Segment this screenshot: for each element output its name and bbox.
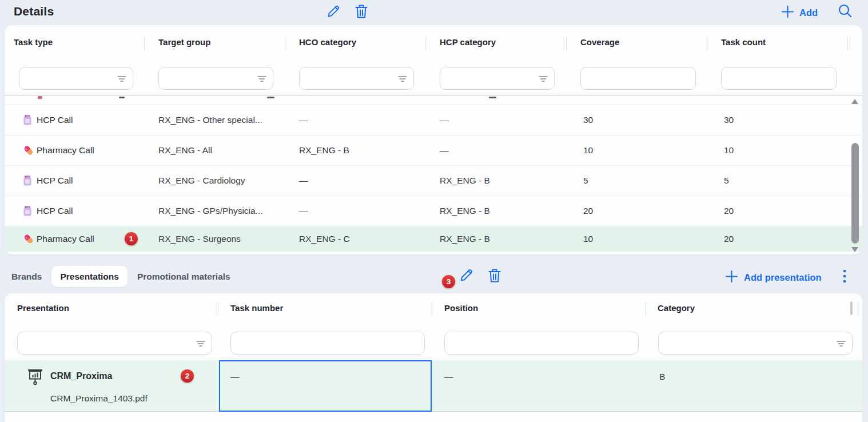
pencil-icon bbox=[459, 268, 474, 285]
cell-coverage: 10 bbox=[583, 234, 593, 244]
add-button[interactable]: Add bbox=[781, 5, 818, 20]
cell-category: B bbox=[659, 372, 665, 382]
filter-task-number bbox=[230, 332, 425, 355]
presentation-file: CRM_Proxima_1403.pdf bbox=[50, 393, 148, 404]
table-row-selected[interactable]: Pharmacy Call 1 RX_ENG - Surgeons RX_ENG… bbox=[5, 226, 862, 252]
cell-hco-category: RX_ENG - C bbox=[299, 234, 350, 244]
mini-scrollbar-thumb[interactable] bbox=[850, 301, 853, 315]
cell-task-type: HCP Call bbox=[37, 176, 73, 186]
column-separator bbox=[218, 302, 218, 316]
step-badge-2: 2 bbox=[181, 369, 194, 383]
scrollbar-thumb[interactable] bbox=[851, 143, 859, 244]
column-header-task-type: Task type bbox=[14, 37, 53, 47]
details-page: Details Add Task type Target group HCO c… bbox=[0, 0, 868, 422]
cell-task-type: Pharmacy Call bbox=[37, 145, 94, 156]
filter-input-task-count[interactable] bbox=[721, 67, 837, 90]
cell-task-count: 5 bbox=[724, 176, 729, 186]
filter-task-count bbox=[721, 67, 837, 90]
column-separator bbox=[707, 36, 707, 50]
column-separator bbox=[847, 36, 848, 50]
column-separator bbox=[432, 302, 432, 316]
column-header-coverage: Coverage bbox=[580, 37, 619, 47]
add-presentation-button[interactable]: Add presentation bbox=[725, 270, 822, 285]
filter-hco-category bbox=[299, 67, 414, 90]
cell-hcp-category: — bbox=[440, 145, 449, 156]
cell-target-group: RX_ENG - GPs/Physicia... bbox=[158, 206, 263, 216]
cell-coverage: 10 bbox=[583, 145, 593, 156]
add-presentation-label: Add presentation bbox=[744, 272, 822, 283]
cell-position: — bbox=[444, 372, 453, 382]
cell-task-count: 30 bbox=[724, 115, 734, 125]
filter-task-type bbox=[19, 67, 133, 90]
filter-hcp-category bbox=[440, 67, 555, 90]
table-row[interactable]: HCP Call RX_ENG - GPs/Physicia... — RX_E… bbox=[5, 196, 862, 226]
page-title: Details bbox=[14, 5, 54, 18]
tab-bar: Brands Presentations Promotional materia… bbox=[11, 266, 230, 287]
cell-target-group: RX_ENG - Surgeons bbox=[158, 234, 241, 244]
cell-hcp-category: RX_ENG - B bbox=[440, 234, 490, 244]
task-number-cell-focused[interactable]: — bbox=[219, 360, 432, 412]
cell-target-group: RX_ENG - Other special... bbox=[158, 115, 262, 125]
scroll-up-arrow[interactable] bbox=[851, 99, 858, 104]
clipped-text bbox=[267, 97, 274, 98]
filter-input-task-number[interactable] bbox=[230, 332, 425, 355]
table-row[interactable]: Pharmacy Call RX_ENG - All RX_ENG - B — … bbox=[5, 136, 862, 166]
cell-coverage: 20 bbox=[583, 206, 593, 216]
step-badge-1: 1 bbox=[125, 232, 138, 245]
hcp-call-icon bbox=[23, 115, 32, 126]
column-separator bbox=[425, 36, 426, 50]
cell-task-type: HCP Call bbox=[37, 115, 73, 125]
clipped-text bbox=[119, 97, 125, 98]
tab-brands[interactable]: Brands bbox=[11, 272, 42, 282]
delete-presentation-button[interactable] bbox=[488, 269, 501, 284]
table-row[interactable]: HCP Call RX_ENG - Cardiology — RX_ENG - … bbox=[5, 166, 862, 196]
cell-task-type: Pharmacy Call bbox=[37, 234, 94, 244]
search-icon bbox=[837, 3, 853, 21]
column-separator bbox=[566, 36, 567, 50]
filter-input-category[interactable] bbox=[658, 332, 853, 355]
plus-icon bbox=[781, 5, 794, 20]
column-header-task-count: Task count bbox=[721, 37, 766, 47]
tab-presentations[interactable]: Presentations bbox=[51, 266, 128, 287]
edit-button[interactable] bbox=[326, 5, 341, 19]
scroll-down-arrow[interactable] bbox=[851, 247, 858, 252]
filter-input-hco-category[interactable] bbox=[299, 67, 414, 90]
filter-presentation bbox=[17, 332, 212, 355]
filter-input-hcp-category[interactable] bbox=[440, 67, 555, 90]
filter-coverage bbox=[580, 67, 696, 90]
search-button[interactable] bbox=[837, 3, 853, 19]
edit-presentation-button[interactable] bbox=[459, 268, 474, 284]
filter-input-task-type[interactable] bbox=[19, 67, 133, 90]
cell-coverage: 30 bbox=[583, 115, 593, 125]
task-table-panel: Task type Target group HCO category HCP … bbox=[5, 25, 862, 254]
table-row[interactable]: HCP Call RX_ENG - Other special... — — 3… bbox=[5, 105, 862, 136]
presentations-toolbar: 3 bbox=[442, 268, 505, 287]
filter-input-presentation[interactable] bbox=[17, 332, 212, 355]
filter-input-target-group[interactable] bbox=[158, 67, 273, 90]
column-separator bbox=[285, 36, 285, 50]
hcp-call-icon bbox=[23, 206, 32, 217]
column-separator bbox=[858, 302, 858, 316]
cell-hco-category: — bbox=[299, 176, 308, 186]
plus-icon bbox=[725, 270, 738, 285]
column-header-presentation: Presentation bbox=[17, 303, 69, 313]
filter-input-coverage[interactable] bbox=[580, 67, 696, 90]
cell-task-count: 20 bbox=[724, 234, 734, 244]
kebab-menu-icon bbox=[843, 269, 846, 285]
kebab-menu-button[interactable] bbox=[841, 269, 848, 284]
presentation-name: CRM_Proxima bbox=[50, 371, 112, 381]
delete-button[interactable] bbox=[354, 5, 369, 19]
cell-target-group: RX_ENG - Cardiology bbox=[158, 176, 245, 186]
filter-position bbox=[444, 332, 639, 355]
filter-input-position[interactable] bbox=[444, 332, 639, 355]
cell-task-count: 20 bbox=[724, 206, 734, 216]
tab-promotional-materials[interactable]: Promotional materials bbox=[137, 272, 230, 282]
clipped-pharmacy-call-icon bbox=[38, 96, 42, 99]
column-separator bbox=[645, 302, 646, 316]
presentation-table-panel: Presentation Task number Position Catego… bbox=[5, 293, 862, 422]
trash-icon bbox=[488, 268, 501, 285]
cell-hcp-category: — bbox=[440, 115, 449, 125]
presentation-row-selected[interactable]: CRM_Proxima 2 CRM_Proxima_1403.pdf — — B bbox=[5, 360, 862, 412]
cell-target-group: RX_ENG - All bbox=[158, 145, 212, 156]
column-separator bbox=[144, 36, 145, 50]
